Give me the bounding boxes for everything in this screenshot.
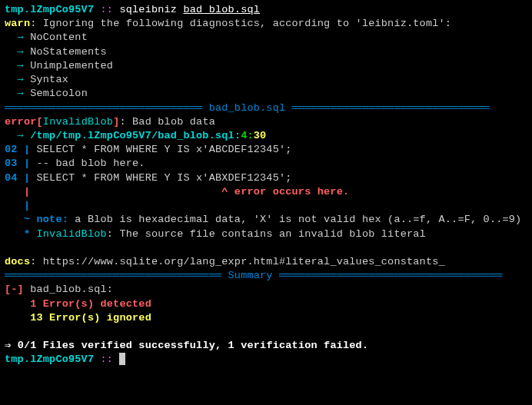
note-tag: note: xyxy=(37,214,69,225)
error-count: 1 Error(s) detected xyxy=(5,298,151,310)
rule-left: ══════════════════════════════════ xyxy=(5,270,228,281)
prompt-sep: :: xyxy=(94,4,119,15)
note-code: InvalidBlob xyxy=(37,228,107,240)
warn-item-text: Syntax xyxy=(30,74,68,85)
warn-item: → NoContent xyxy=(5,31,527,45)
error-tag: error xyxy=(5,116,37,128)
section-rule-summary: ══════════════════════════════════ Summa… xyxy=(5,269,527,283)
bracket-open: [ xyxy=(37,116,43,128)
docs-url: : https://www.sqlite.org/lang_expr.html#… xyxy=(30,256,445,267)
arrow-icon: → xyxy=(5,74,30,85)
gutter-bar: | xyxy=(5,200,30,211)
blank-line xyxy=(5,241,527,255)
summary-filename: bad_blob.sql: xyxy=(24,284,113,295)
warn-item: → Syntax xyxy=(5,73,527,87)
warn-msg: : Ignoring the following diagnostics, ac… xyxy=(30,18,451,29)
warn-item-text: Unimplemented xyxy=(30,60,113,71)
gutter-bar: | xyxy=(24,158,37,169)
gutter-bar: | xyxy=(24,172,37,184)
code-line: 03 | -- bad blob here. xyxy=(5,157,527,171)
note-line: ~ note: a Blob is hexadecimal data, 'X' … xyxy=(5,213,527,227)
file-path: /tmp/tmp.lZmpCo95V7/bad_blob.sql xyxy=(30,130,234,141)
note-detail: * InvalidBlob: The source file contains … xyxy=(5,227,527,241)
summary-ignored: 13 Error(s) ignored xyxy=(5,311,527,325)
prompt-line-2[interactable]: tmp.lZmpCo95V7 :: xyxy=(5,353,527,367)
summary-file: [-] bad_blob.sql: xyxy=(5,283,527,297)
prompt-line-1: tmp.lZmpCo95V7 :: sqleibniz bad_blob.sql xyxy=(5,3,527,17)
warn-tag: warn xyxy=(5,18,30,29)
warn-item-text: NoStatements xyxy=(30,46,107,58)
note-prefix: ~ xyxy=(5,214,37,225)
rule-title: Summary xyxy=(228,270,273,281)
arrow-icon: → xyxy=(5,130,30,141)
code-text: SELECT * FROM WHERE Y IS x'ABCDEF12345'; xyxy=(37,144,292,155)
caret-pointer: | ^ error occurs here. xyxy=(5,186,349,198)
error-location: → /tmp/tmp.lZmpCo95V7/bad_blob.sql:4:30 xyxy=(5,129,527,143)
warn-item: → Semicolon xyxy=(5,87,527,101)
warn-item: → Unimplemented xyxy=(5,59,527,73)
arrow-icon: → xyxy=(5,88,30,99)
star-icon: * xyxy=(5,228,37,240)
code-line: 02 | SELECT * FROM WHERE Y IS x'ABCDEF12… xyxy=(5,143,527,157)
warn-item: → NoStatements xyxy=(5,45,527,59)
cwd: tmp.lZmpCo95V7 xyxy=(5,4,94,15)
summary-errors: 1 Error(s) detected xyxy=(5,297,527,311)
arrow-icon: → xyxy=(5,46,30,58)
code-line: 04 | SELECT * FROM WHERE Y IS x'ABXDEF12… xyxy=(5,171,527,185)
rule-right: ═══════════════════════════════════ xyxy=(273,270,503,281)
gutter-line-no: 04 xyxy=(5,172,24,184)
gutter-line-no: 02 xyxy=(5,144,24,155)
gutter-line-no: 03 xyxy=(5,158,24,169)
code-text: -- bad blob here. xyxy=(37,158,145,169)
warn-item-text: Semicolon xyxy=(30,88,88,99)
warn-item-text: NoContent xyxy=(30,32,88,43)
code-text: SELECT * FROM WHERE Y IS x'ABXDEF12345'; xyxy=(37,172,292,184)
warn-header: warn: Ignoring the following diagnostics… xyxy=(5,17,527,31)
command-arg: bad_blob.sql xyxy=(183,4,260,15)
rule-title: bad_blob.sql xyxy=(209,102,286,114)
docs-line: docs: https://www.sqlite.org/lang_expr.h… xyxy=(5,255,527,269)
ignored-count: 13 Error(s) ignored xyxy=(5,312,151,324)
col-number: 30 xyxy=(254,130,267,141)
note-msg: a Blob is hexadecimal data, 'X' is not v… xyxy=(68,214,521,225)
note-msg2: : The source file contains an invalid bl… xyxy=(107,228,426,240)
command: sqleibniz xyxy=(119,4,183,15)
rule-right: ═══════════════════════════════ xyxy=(285,102,490,114)
colon: : xyxy=(234,130,241,141)
prompt-sep: :: xyxy=(94,354,119,365)
result-msg: 0/1 Files verified successfully, 1 verif… xyxy=(18,340,369,351)
docs-tag: docs xyxy=(5,256,30,267)
line-number: 4 xyxy=(241,130,247,141)
cursor[interactable] xyxy=(119,353,125,365)
fail-marker: [-] xyxy=(5,284,24,295)
section-rule-file: ═══════════════════════════════ bad_blob… xyxy=(5,101,527,115)
blank-line xyxy=(5,325,527,339)
rule-left: ═══════════════════════════════ xyxy=(5,102,209,114)
gutter-empty: | xyxy=(5,199,527,213)
arrow-icon: → xyxy=(5,32,30,43)
colon: : xyxy=(248,130,254,141)
error-msg: : Bad blob data xyxy=(119,116,215,128)
error-header: error[InvalidBlob]: Bad blob data xyxy=(5,115,527,129)
final-result: ⇒ 0/1 Files verified successfully, 1 ver… xyxy=(5,339,527,353)
gutter-bar: | xyxy=(24,144,37,155)
arrow-icon: → xyxy=(5,60,30,71)
cwd: tmp.lZmpCo95V7 xyxy=(5,354,94,365)
error-caret-line: | ^ error occurs here. xyxy=(5,185,527,199)
result-arrow-icon: ⇒ xyxy=(5,340,18,351)
error-code: InvalidBlob xyxy=(43,116,113,128)
